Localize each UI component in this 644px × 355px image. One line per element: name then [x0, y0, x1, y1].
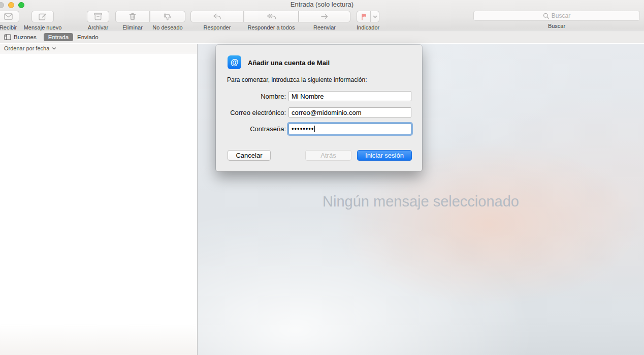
- password-dots: ••••••••: [292, 125, 314, 133]
- add-account-dialog: @ Añadir una cuenta de Mail Para comenza…: [216, 45, 422, 171]
- reply-all-label: Responder a todos: [248, 24, 295, 31]
- junk-button[interactable]: No deseado: [150, 11, 185, 31]
- junk-button-face[interactable]: [150, 11, 185, 22]
- archive-label: Archivar: [88, 24, 108, 31]
- mail-at-icon: @: [228, 55, 241, 69]
- mail-window: Entrada (solo lectura) Recibir Mensaje n…: [0, 0, 644, 355]
- thumbs-down-icon: [164, 13, 171, 20]
- compose-icon: [39, 13, 47, 20]
- titlebar-toolbar: Entrada (solo lectura) Recibir Mensaje n…: [0, 0, 644, 31]
- mailboxes-button[interactable]: Buzones: [4, 34, 37, 40]
- password-label: Contraseña:: [216, 125, 286, 133]
- junk-label: No deseado: [152, 24, 182, 31]
- cancel-button[interactable]: Cancelar: [228, 150, 271, 161]
- archive-button-face[interactable]: [87, 11, 109, 22]
- delete-junk-group: Eliminar No deseado: [115, 11, 185, 31]
- reply-button-face[interactable]: [190, 11, 244, 22]
- chevron-down-icon: [373, 15, 377, 18]
- forward-label: Reenviar: [313, 24, 336, 31]
- flag-label: Indicador: [357, 24, 379, 31]
- forward-button-face[interactable]: [299, 11, 350, 22]
- envelope-icon: [4, 13, 13, 20]
- new-message-button-face[interactable]: [31, 11, 54, 22]
- sign-in-button[interactable]: Iniciar sesión: [357, 150, 412, 161]
- name-input[interactable]: [288, 91, 411, 101]
- archive-button[interactable]: Archivar: [79, 11, 117, 31]
- name-row: Nombre:: [216, 91, 422, 101]
- new-message-label: Mensaje nuevo: [24, 24, 62, 31]
- flag-button-face[interactable]: [357, 11, 371, 22]
- password-row: Contraseña: ••••••••: [216, 124, 422, 134]
- archive-box-icon: [94, 13, 102, 20]
- dialog-subtitle: Para comenzar, introduzca la siguiente i…: [227, 76, 367, 83]
- favorites-bar: Buzones Entrada Enviado: [0, 31, 644, 43]
- reply-all-button-face[interactable]: [244, 11, 299, 22]
- receive-label: Recibir: [0, 24, 17, 31]
- text-caret: [314, 126, 315, 132]
- search-label: Buscar: [548, 23, 565, 29]
- sort-label: Ordenar por fecha: [4, 45, 49, 51]
- reply-all-button[interactable]: Responder a todos: [244, 11, 299, 31]
- forward-button[interactable]: Reenviar: [299, 11, 350, 31]
- message-list-pane: Ordenar por fecha: [0, 44, 198, 355]
- search-input[interactable]: Buscar: [473, 11, 640, 21]
- tab-sent[interactable]: Enviado: [77, 34, 99, 40]
- dialog-title: Añadir una cuenta de Mail: [248, 59, 330, 67]
- search-placeholder: Buscar: [552, 12, 570, 19]
- search-icon: [543, 13, 550, 19]
- reply-all-arrows-icon: [266, 13, 276, 20]
- sidebar-panel-icon: [4, 34, 11, 40]
- email-input[interactable]: [288, 107, 411, 117]
- password-input[interactable]: ••••••••: [288, 124, 411, 134]
- empty-state-message: Ningún mensaje seleccionado: [198, 193, 644, 210]
- chevron-down-icon: [52, 47, 56, 50]
- receive-button-face[interactable]: [0, 11, 19, 22]
- trash-icon: [129, 13, 136, 20]
- flag-button[interactable]: Indicador: [357, 11, 379, 31]
- receive-button[interactable]: Recibir: [0, 11, 19, 31]
- flag-dropdown-button[interactable]: [371, 11, 379, 22]
- new-message-button[interactable]: Mensaje nuevo: [23, 11, 62, 31]
- flag-icon: [361, 13, 367, 20]
- delete-label: Eliminar: [122, 24, 143, 31]
- account-form: Nombre: Correo electrónico: Contraseña: …: [216, 91, 422, 140]
- forward-arrow-icon: [320, 13, 329, 20]
- reply-arrow-icon: [213, 13, 221, 20]
- mailboxes-label: Buzones: [14, 34, 37, 40]
- email-label: Correo electrónico:: [216, 109, 286, 116]
- reply-group: Responder Responder a todos Reenviar: [190, 11, 350, 31]
- reply-label: Responder: [204, 24, 231, 31]
- window-title: Entrada (solo lectura): [0, 1, 644, 8]
- back-button[interactable]: Atrás: [305, 150, 351, 161]
- search-area: Buscar Buscar: [473, 11, 640, 29]
- delete-button[interactable]: Eliminar: [115, 11, 150, 31]
- tab-inbox[interactable]: Entrada: [44, 33, 73, 41]
- email-row: Correo electrónico:: [216, 107, 422, 117]
- name-label: Nombre:: [216, 93, 286, 100]
- sort-dropdown[interactable]: Ordenar por fecha: [0, 44, 197, 53]
- reply-button[interactable]: Responder: [190, 11, 244, 31]
- flag-segments: [357, 11, 379, 22]
- delete-button-face[interactable]: [115, 11, 150, 22]
